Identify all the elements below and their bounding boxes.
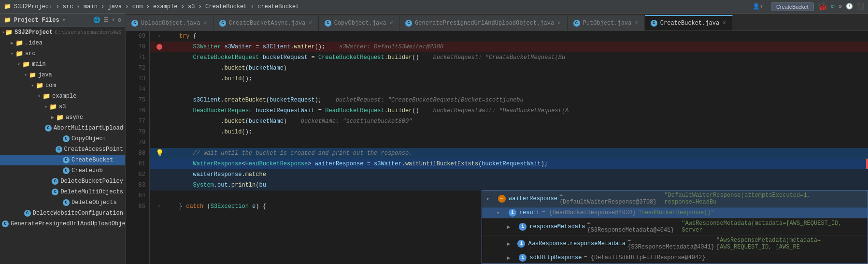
copyobject-label: CopyObject	[71, 135, 106, 142]
sidebar-item-main[interactable]: ▾ 📁 main	[0, 59, 125, 70]
sidebar-item-deletemultiobjects[interactable]: C DeleteMultiObjects	[0, 187, 125, 197]
folder-icon: 📁	[15, 50, 23, 58]
coverage-icon[interactable]: ☑	[831, 3, 835, 10]
tab-close-icon[interactable]: ×	[722, 19, 726, 27]
tab-close-icon[interactable]: ×	[389, 19, 393, 27]
debug-row-result[interactable]: ▾ i result = {HeadBucketResponse@4034} "…	[482, 207, 868, 219]
list-icon[interactable]: ☰	[103, 16, 109, 24]
idea-label: .idea	[25, 40, 43, 46]
dropdown-arrow[interactable]: ▾	[62, 16, 66, 24]
tab-label: UploadObject.java	[141, 20, 200, 27]
sidebar-title: 📁 Project Files ▾	[4, 16, 66, 24]
sidebar-item-createaccesspoint[interactable]: C CreateAccessPoint	[0, 144, 125, 155]
debug-value: "DefaultWaiterResponse(attemptsExecuted=…	[664, 192, 864, 205]
class-icon: C	[56, 146, 62, 153]
sidebar-item-createjob[interactable]: C CreateJob	[0, 165, 125, 176]
fold-icon-85: ▷	[158, 201, 161, 212]
line-num-75: 75	[126, 95, 145, 105]
sidebar-item-s3[interactable]: ▾ 📁 s3	[0, 102, 125, 112]
sidebar-item-deletebucketpolicy[interactable]: C DeleteBucketPolicy	[0, 176, 125, 187]
expand-icon[interactable]: ▶	[486, 254, 510, 262]
current-line-indicator: 💡	[156, 148, 164, 159]
sidebar-item-createbucket[interactable]: C CreateBucket	[0, 155, 125, 165]
line-num-84: 84	[126, 191, 145, 201]
tab-putobject[interactable]: C PutObject.java ×	[568, 15, 645, 30]
debug-type-icon: i	[517, 240, 525, 248]
fold-icon-69: ▷	[158, 31, 161, 42]
tab-generatepresigned[interactable]: C GeneratePresignedUrlAndUploadObject.ja…	[399, 15, 567, 30]
code-line-81: WaiterResponse<HeadBucketResponse> waite…	[150, 159, 868, 169]
editor-area: C UploadObject.java × C CreateBucketAsyn…	[126, 14, 868, 264]
line-num-83: 83	[126, 180, 145, 191]
clock-icon[interactable]: 🕐	[846, 3, 853, 10]
deletemultiobjects-label: DeleteMultiObjects	[60, 189, 123, 195]
deleteobjects-label: DeleteObjects	[71, 199, 117, 206]
sidebar-item-root[interactable]: ▾ 📁 S3J2Project C:\Users\scmacdon\AWS_Co…	[0, 27, 125, 38]
async-label: async	[66, 114, 83, 121]
tab-uploadobject[interactable]: C UploadObject.java ×	[126, 15, 213, 30]
gear-icon[interactable]: ⚙	[118, 16, 121, 24]
expand-icon[interactable]: ⬛	[857, 3, 864, 10]
createjob-label: CreateJob	[71, 167, 103, 174]
main-layout: 📁 Project Files ▾ 🌐 ☰ ⬆ ⚙ ▾ 📁 S3J2Projec…	[0, 14, 868, 264]
code-line-77: .bucket(bucketName) bucketName: "scottju…	[150, 116, 868, 127]
folder-icon: 📁	[22, 60, 30, 68]
tab-label: CopyObject.java	[334, 20, 386, 27]
sidebar-item-copyobject[interactable]: C CopyObject	[0, 133, 125, 144]
expand-icon[interactable]: ▶	[486, 223, 510, 231]
tab-createbucket[interactable]: C CreateBucket.java ×	[645, 15, 733, 30]
sidebar-item-example[interactable]: ▾ 📁 example	[0, 91, 125, 102]
code-text-83: System.out.println(bu	[165, 180, 266, 191]
sidebar-item-idea[interactable]: ▶ 📁 .idea	[0, 38, 125, 48]
profile-icon[interactable]: 👤▾	[753, 3, 763, 10]
expand-icon[interactable]: ▶	[486, 240, 510, 248]
sidebar-item-async[interactable]: ▶ 📁 async	[0, 112, 125, 123]
sidebar-item-src[interactable]: ▾ 📁 src	[0, 48, 125, 59]
debug-row-awsresponsemetadata[interactable]: ▶ i AwsResponse.responseMetadata = {S3Re…	[482, 235, 868, 252]
code-text-72: .bucket(bucketName)	[165, 63, 287, 73]
code-line-71: CreateBucketRequest bucketRequest = Crea…	[150, 52, 868, 63]
class-icon: C	[52, 189, 58, 195]
breakpoint-icon[interactable]	[157, 44, 162, 50]
collapse-icon[interactable]: ⬆	[112, 16, 115, 24]
title-bar: 📁 S3J2Project › src › main › java › com …	[0, 0, 868, 14]
line-num-74: 74	[126, 84, 145, 95]
deletewebsite-label: DeleteWebsiteConfiguration	[33, 210, 123, 217]
sidebar-item-abortmultipart[interactable]: C AbortMultipartUpload	[0, 123, 125, 133]
expand-icon[interactable]: ▾	[486, 209, 500, 217]
debug-row-waiterresponse[interactable]: ▾ ∞ waiterResponse = {DefaultWaiterRespo…	[482, 191, 868, 207]
example-label: example	[52, 93, 76, 100]
debug-row-sdkhttpresponse[interactable]: ▶ i sdkHttpResponse = {DefaultSdkHttpFul…	[482, 252, 868, 264]
debug-popup: ▾ ∞ waiterResponse = {DefaultWaiterRespo…	[482, 190, 868, 264]
sidebar-item-deletewebsite[interactable]: C DeleteWebsiteConfiguration	[0, 208, 125, 219]
sidebar-item-com[interactable]: ▾ 📁 com	[0, 80, 125, 91]
code-line-79	[150, 137, 868, 148]
tab-copyobject[interactable]: C CopyObject.java ×	[319, 15, 399, 30]
tab-close-icon[interactable]: ×	[557, 19, 561, 27]
line-num-71: 71	[126, 52, 145, 63]
run-button[interactable]: CreateBucket	[771, 2, 814, 11]
com-label: com	[45, 82, 56, 89]
debug-row-responsemetadata[interactable]: ▶ i responseMetadata = {S3ResponseMetada…	[482, 219, 868, 235]
tab-createbucketasync[interactable]: C CreateBucketAsync.java ×	[213, 15, 319, 30]
sidebar-header: 📁 Project Files ▾ 🌐 ☰ ⬆ ⚙	[0, 14, 125, 27]
settings-icon[interactable]: ⚙	[839, 3, 842, 10]
debug-icon[interactable]: 🐞	[818, 2, 827, 12]
tab-close-icon[interactable]: ×	[203, 19, 207, 27]
globe-icon[interactable]: 🌐	[93, 16, 100, 24]
code-text-79	[165, 137, 169, 148]
tab-close-icon[interactable]: ×	[634, 19, 638, 27]
code-editor[interactable]: 69 70 71 72 73 74 75 76 77 78 79 80 81 8…	[126, 31, 868, 264]
debug-type-icon: i	[509, 209, 516, 217]
debug-value: "HeadBucketResponse()"	[638, 209, 714, 216]
class-icon: C	[63, 199, 70, 206]
sidebar-item-java[interactable]: ▾ 📁 java	[0, 70, 125, 80]
expand-icon[interactable]: ▾	[486, 195, 489, 203]
folder-icon: 📁	[4, 3, 11, 10]
debug-type-icon: ∞	[498, 195, 506, 203]
sidebar-item-generatepresigned[interactable]: C GeneratePresignedUrlAndUploadObject	[0, 219, 125, 229]
code-text-85: } catch (S3Exception e) {	[165, 201, 266, 212]
sidebar-item-deleteobjects[interactable]: C DeleteObjects	[0, 197, 125, 208]
tab-close-icon[interactable]: ×	[308, 19, 312, 27]
debug-value: "AwsResponseMetadata(metadata=[AWS_REQUE…	[716, 237, 864, 250]
